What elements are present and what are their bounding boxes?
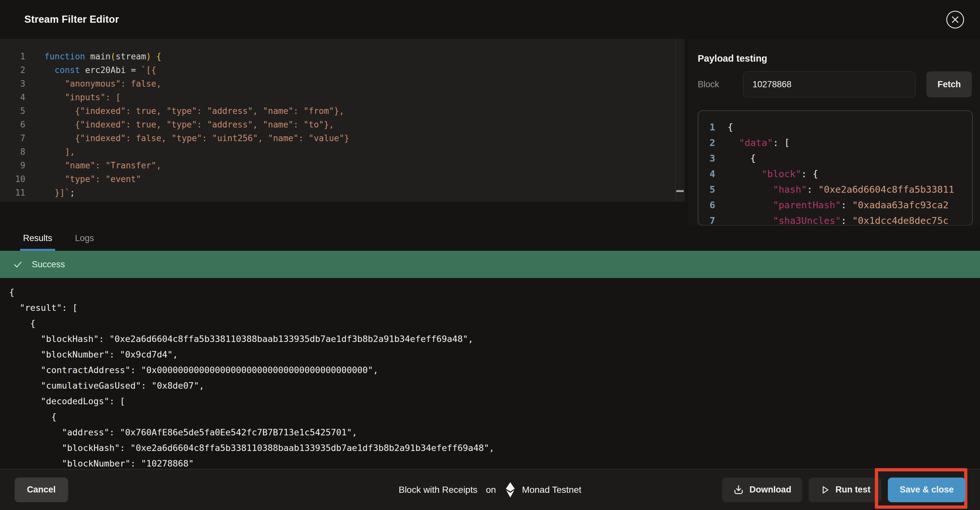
code-line: 5 {"indexed": true, "type": "address", "…	[0, 104, 685, 118]
code-line: 1{	[698, 119, 972, 135]
code-line: 6 "parentHash": "0xadaa63afc93ca2	[698, 197, 972, 213]
code-line: 5 "hash": "0xe2a6d6604c8ffa5b33811	[698, 182, 972, 197]
code-line: 11 }]`;	[0, 186, 685, 200]
save-close-button[interactable]: Save & close	[888, 478, 966, 502]
main-split: 1function main(stream) {2 const erc20Abi…	[0, 39, 980, 226]
close-button[interactable]	[946, 10, 964, 29]
run-test-button[interactable]: Run test	[809, 478, 881, 502]
network-name: Monad Testnet	[522, 485, 581, 495]
download-button[interactable]: Download	[722, 478, 802, 502]
code-line: 6 {"indexed": true, "type": "address", "…	[0, 118, 685, 131]
block-row: Block Fetch	[698, 71, 972, 97]
close-icon	[946, 10, 964, 29]
block-label: Block	[698, 79, 743, 89]
play-icon	[820, 485, 830, 495]
stream-filter-editor-modal: Stream Filter Editor 1function main(stre…	[0, 0, 980, 510]
code-line: 7 {"indexed": false, "type": "uint256", …	[0, 131, 685, 145]
cancel-button[interactable]: Cancel	[14, 478, 68, 502]
status-banner: Success	[0, 251, 980, 278]
code-line: 9 "name": "Transfer",	[0, 159, 685, 172]
ethereum-icon	[504, 482, 516, 498]
code-line: 3 {	[698, 151, 972, 166]
tab-results[interactable]: Results	[20, 226, 55, 251]
checkmark-icon	[13, 259, 23, 269]
payload-preview[interactable]: 1{2 "data": [3 {4 "block": {5 "hash": "0…	[698, 110, 973, 226]
payload-testing-heading: Payload testing	[698, 53, 980, 64]
payload-testing-panel: Payload testing Block Fetch 1{2 "data": …	[688, 39, 980, 226]
footer-actions: Download Run test Save & close	[722, 478, 966, 502]
code-line: 10 "type": "event"	[0, 172, 685, 186]
on-label: on	[486, 485, 496, 495]
download-label: Download	[749, 485, 791, 495]
stream-context: Block with Receipts on Monad Testnet	[398, 482, 581, 498]
status-text: Success	[32, 259, 65, 270]
fetch-button[interactable]: Fetch	[926, 71, 972, 97]
code-line: 7 "sha3Uncles": "0x1dcc4de8dec75c	[698, 213, 972, 226]
block-number-input[interactable]	[743, 71, 915, 97]
code-line: 4 "inputs": [	[0, 91, 685, 104]
results-logs-tabs: Results Logs	[0, 226, 980, 251]
modal-header: Stream Filter Editor	[0, 0, 980, 39]
code-line: 2 const erc20Abi = `[{	[0, 63, 685, 77]
tab-logs[interactable]: Logs	[72, 226, 97, 251]
stream-name: Block with Receipts	[398, 485, 477, 495]
download-icon	[733, 485, 744, 496]
code-line: 2 "data": [	[698, 135, 972, 151]
code-lines: 1function main(stream) {2 const erc20Abi…	[0, 39, 685, 200]
page-title: Stream Filter Editor	[24, 14, 119, 25]
editor-scrollbar-track	[675, 39, 676, 202]
code-line: 1function main(stream) {	[0, 50, 685, 63]
code-line: 3 "anonymous": false,	[0, 77, 685, 91]
editor-scrollbar-handle[interactable]	[676, 190, 684, 192]
code-line: 4 "block": {	[698, 166, 972, 182]
results-json: { "result": [ { "blockHash": "0xe2a6d660…	[0, 278, 980, 469]
code-editor[interactable]: 1function main(stream) {2 const erc20Abi…	[0, 39, 685, 202]
results-output[interactable]: { "result": [ { "blockHash": "0xe2a6d660…	[0, 278, 980, 469]
code-line: 8 ],	[0, 145, 685, 159]
footer-bar: Cancel Block with Receipts on Monad Test…	[0, 469, 980, 510]
run-test-label: Run test	[835, 485, 870, 495]
payload-preview-lines: 1{2 "data": [3 {4 "block": {5 "hash": "0…	[698, 111, 972, 226]
save-button-wrap: Save & close	[888, 478, 966, 502]
